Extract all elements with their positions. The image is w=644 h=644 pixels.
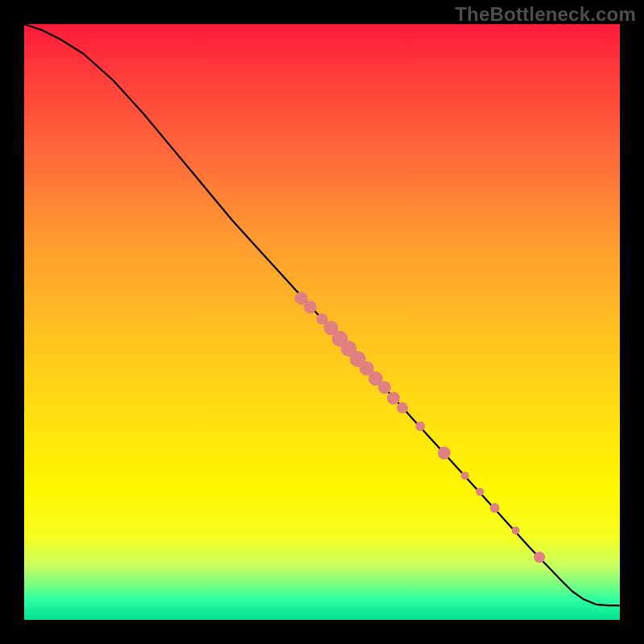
- data-point: [490, 503, 500, 513]
- data-point: [387, 392, 400, 405]
- data-point: [397, 402, 408, 414]
- data-point: [438, 447, 451, 460]
- data-point: [476, 488, 484, 496]
- stage: TheBottleneck.com: [0, 0, 644, 644]
- plot-area: [24, 24, 620, 620]
- data-point: [378, 381, 391, 394]
- watermark-label: TheBottleneck.com: [455, 3, 636, 26]
- data-point: [512, 526, 520, 535]
- data-point: [303, 301, 316, 314]
- data-point: [415, 422, 425, 431]
- data-point: [461, 472, 469, 480]
- data-point: [534, 551, 545, 563]
- chart-svg: [24, 24, 620, 620]
